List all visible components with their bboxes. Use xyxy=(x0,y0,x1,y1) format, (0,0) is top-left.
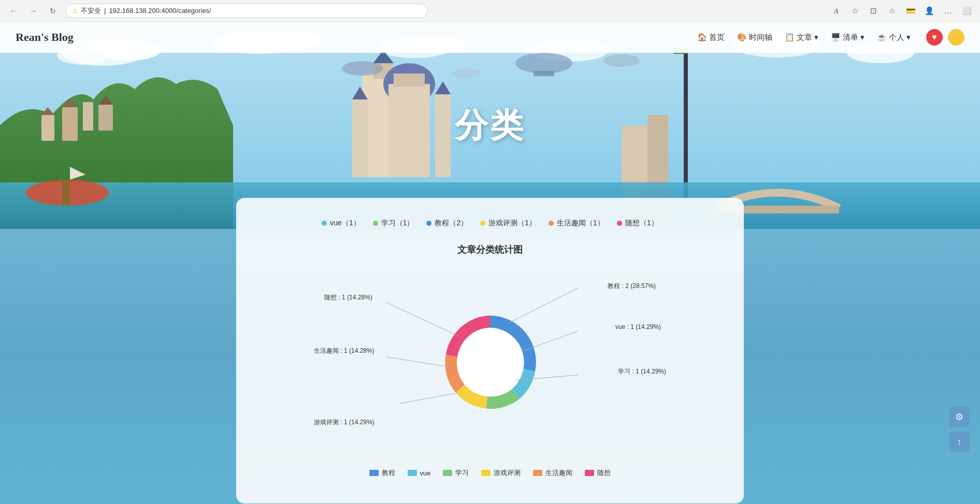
svg-rect-23 xyxy=(394,74,425,87)
life-dot xyxy=(549,221,554,226)
read-mode-button[interactable]: 𝐴 xyxy=(829,4,843,18)
tutorial-legend-color xyxy=(369,470,379,476)
bottom-legend-gaming: 游戏评测 xyxy=(481,468,521,478)
nav-item-home[interactable]: 🏠 首页 xyxy=(697,33,725,42)
vue-legend-text: vue xyxy=(420,469,431,477)
svg-point-40 xyxy=(603,54,640,67)
svg-rect-24 xyxy=(352,99,368,177)
profile-button[interactable]: 👤 xyxy=(922,4,936,18)
list-icon: 🖥️ xyxy=(831,33,841,42)
articles-icon: 📋 xyxy=(785,33,795,42)
timeline-icon: 🎨 xyxy=(737,33,747,42)
vue-label: vue（1） xyxy=(330,219,360,228)
favorites-button[interactable]: ☆ xyxy=(885,4,899,18)
site-wrapper: 分类 Rean's Blog 🏠 首页 🎨 时间轴 📋 文章 ▾ xyxy=(0,22,980,504)
theme-toggle-button[interactable]: 🌙 xyxy=(948,29,964,46)
svg-rect-16 xyxy=(98,105,113,131)
floating-buttons: ⚙ ↑ xyxy=(949,407,970,452)
scroll-top-button[interactable]: ↑ xyxy=(949,431,970,452)
study-dot xyxy=(373,221,378,226)
back-button[interactable]: ← xyxy=(6,4,21,18)
vue-dot xyxy=(322,221,327,226)
nav-item-articles[interactable]: 📋 文章 ▾ xyxy=(785,33,818,42)
nav-item-timeline[interactable]: 🎨 时间轴 xyxy=(737,33,772,42)
musings-legend-text: 随想 xyxy=(597,468,611,478)
content-card: vue（1） 学习（1） 教程（2） 游戏评测（1） 生活趣闻（1） xyxy=(236,198,744,503)
legend-item-tutorial[interactable]: 教程（2） xyxy=(426,219,468,228)
gaming-legend-text: 游戏评测 xyxy=(494,468,521,478)
legend-item-gaming[interactable]: 游戏评测（1） xyxy=(480,219,536,228)
chart-container: 教程 : 2 (28.57%) xyxy=(267,271,713,453)
svg-rect-26 xyxy=(435,94,451,177)
articles-dropdown-icon: ▾ xyxy=(814,33,818,42)
bottom-legend-study: 学习 xyxy=(443,468,469,478)
svg-point-43 xyxy=(458,330,522,394)
nav-right-actions: ♥ 🌙 xyxy=(926,29,964,46)
nav-timeline-label: 时间轴 xyxy=(749,33,772,42)
study-legend-text: 学习 xyxy=(455,468,469,478)
tutorial-chart-label-text: 教程 : 2 (28.57%) xyxy=(608,282,656,291)
gaming-legend-color xyxy=(481,470,491,476)
svg-rect-11 xyxy=(41,115,54,141)
tutorial-legend-text: 教程 xyxy=(382,468,395,478)
nav-home-label: 首页 xyxy=(709,33,725,42)
svg-point-37 xyxy=(515,53,572,74)
refresh-button[interactable]: ↻ xyxy=(46,4,60,18)
svg-rect-13 xyxy=(62,107,78,141)
nav-item-list[interactable]: 🖥️ 清单 ▾ xyxy=(831,33,864,42)
personal-dropdown-icon: ▾ xyxy=(906,33,911,42)
home-icon: 🏠 xyxy=(697,33,707,42)
bottom-legend-musings: 随想 xyxy=(585,468,611,478)
musings-legend-color xyxy=(585,470,594,476)
study-legend-color xyxy=(443,470,452,476)
legend-item-life[interactable]: 生活趣闻（1） xyxy=(549,219,604,228)
browser-actions: 𝐴 ☆ ⊡ ☆ 💳 👤 … ⬜ xyxy=(829,4,974,18)
tutorial-dot xyxy=(426,221,431,226)
musings-label: 随想（1） xyxy=(625,219,658,228)
svg-rect-34 xyxy=(62,180,70,206)
life-legend-color xyxy=(533,470,542,476)
svg-rect-38 xyxy=(534,71,554,76)
donut-chart xyxy=(433,305,547,419)
forward-button[interactable]: → xyxy=(26,4,40,18)
gaming-label: 游戏评测（1） xyxy=(488,219,536,228)
chart-label-musings: 随想 : 1 (14.28%) xyxy=(324,293,372,302)
bottom-legend-life: 生活趣闻 xyxy=(533,468,572,478)
chart-label-gaming: 游戏评测 : 1 (14.29%) xyxy=(314,418,374,427)
bottom-legend-vue: vue xyxy=(408,469,431,477)
legend-item-musings[interactable]: 随想（1） xyxy=(617,219,658,228)
svg-point-39 xyxy=(342,61,383,76)
chart-label-life: 生活趣闻 : 1 (14.28%) xyxy=(314,347,374,355)
svg-rect-15 xyxy=(83,102,93,131)
more-button[interactable]: … xyxy=(941,4,955,18)
url-text: 192.168.138.200:4000/categories/ xyxy=(109,7,211,15)
vue-legend-color xyxy=(408,470,417,476)
address-bar[interactable]: ⚠ 不安全 | 192.168.138.200:4000/categories/ xyxy=(65,4,428,18)
nav-item-personal[interactable]: ☕ 个人 ▾ xyxy=(877,33,911,42)
security-warning-text: 不安全 xyxy=(81,6,101,16)
heart-button[interactable]: ♥ xyxy=(926,29,943,46)
security-warning-icon: ⚠ xyxy=(72,7,78,15)
settings-float-button[interactable]: ⚙ xyxy=(949,407,970,427)
nav-articles-label: 文章 xyxy=(797,33,812,42)
nav-menu: 🏠 首页 🎨 时间轴 📋 文章 ▾ 🖥️ 清单 ▾ xyxy=(697,33,911,42)
svg-point-41 xyxy=(452,68,481,79)
nav-list-label: 清单 xyxy=(843,33,858,42)
chart-title: 文章分类统计图 xyxy=(267,243,713,256)
bookmark-button[interactable]: ☆ xyxy=(847,4,862,18)
chart-label-vue: vue : 1 (14.29%) xyxy=(615,323,661,330)
split-view-button[interactable]: ⊡ xyxy=(866,4,881,18)
musings-dot xyxy=(617,221,622,226)
study-label: 学习（1） xyxy=(381,219,414,228)
site-logo[interactable]: Rean's Blog xyxy=(16,31,74,44)
bottom-legend-tutorial: 教程 xyxy=(369,468,395,478)
screenshot-button[interactable]: ⬜ xyxy=(959,4,974,18)
personal-icon: ☕ xyxy=(877,33,887,42)
svg-rect-30 xyxy=(684,48,688,203)
wallet-button[interactable]: 💳 xyxy=(903,4,918,18)
legend-item-vue[interactable]: vue（1） xyxy=(322,219,360,228)
list-dropdown-icon: ▾ xyxy=(860,33,864,42)
top-navigation: Rean's Blog 🏠 首页 🎨 时间轴 📋 文章 ▾ 🖥️ 清单 xyxy=(0,22,980,53)
legend-item-study[interactable]: 学习（1） xyxy=(373,219,414,228)
life-label: 生活趣闻（1） xyxy=(557,219,604,228)
